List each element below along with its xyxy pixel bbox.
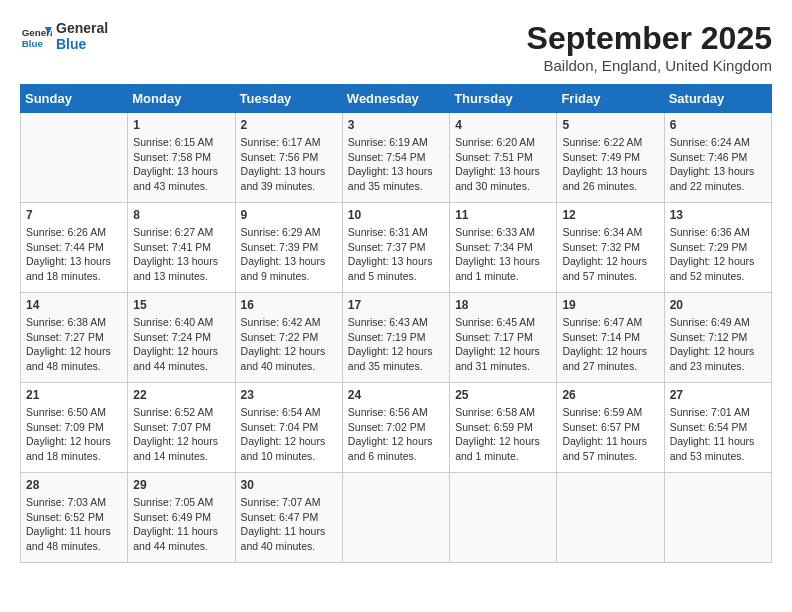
calendar-cell: 19Sunrise: 6:47 AMSunset: 7:14 PMDayligh…: [557, 293, 664, 383]
calendar-cell: 12Sunrise: 6:34 AMSunset: 7:32 PMDayligh…: [557, 203, 664, 293]
cell-line: Sunset: 7:34 PM: [455, 240, 551, 255]
cell-line: Daylight: 13 hours: [348, 254, 444, 269]
day-number: 26: [562, 388, 658, 402]
cell-line: Sunrise: 6:15 AM: [133, 135, 229, 150]
day-number: 2: [241, 118, 337, 132]
calendar-cell: 17Sunrise: 6:43 AMSunset: 7:19 PMDayligh…: [342, 293, 449, 383]
day-number: 6: [670, 118, 766, 132]
calendar-cell: 18Sunrise: 6:45 AMSunset: 7:17 PMDayligh…: [450, 293, 557, 383]
day-number: 28: [26, 478, 122, 492]
weekday-header-monday: Monday: [128, 85, 235, 113]
cell-content: Sunrise: 6:43 AMSunset: 7:19 PMDaylight:…: [348, 315, 444, 374]
cell-content: Sunrise: 6:52 AMSunset: 7:07 PMDaylight:…: [133, 405, 229, 464]
cell-line: Daylight: 13 hours: [455, 254, 551, 269]
cell-line: Sunrise: 6:40 AM: [133, 315, 229, 330]
cell-line: Daylight: 12 hours: [670, 254, 766, 269]
cell-line: Daylight: 13 hours: [348, 164, 444, 179]
day-number: 29: [133, 478, 229, 492]
cell-line: Sunrise: 7:03 AM: [26, 495, 122, 510]
cell-line: Daylight: 12 hours: [562, 254, 658, 269]
calendar-cell: 15Sunrise: 6:40 AMSunset: 7:24 PMDayligh…: [128, 293, 235, 383]
cell-content: Sunrise: 6:45 AMSunset: 7:17 PMDaylight:…: [455, 315, 551, 374]
cell-content: Sunrise: 6:27 AMSunset: 7:41 PMDaylight:…: [133, 225, 229, 284]
calendar-week-4: 21Sunrise: 6:50 AMSunset: 7:09 PMDayligh…: [21, 383, 772, 473]
cell-content: Sunrise: 7:05 AMSunset: 6:49 PMDaylight:…: [133, 495, 229, 554]
cell-line: Sunrise: 6:31 AM: [348, 225, 444, 240]
day-number: 4: [455, 118, 551, 132]
cell-content: Sunrise: 6:36 AMSunset: 7:29 PMDaylight:…: [670, 225, 766, 284]
cell-line: Sunset: 7:24 PM: [133, 330, 229, 345]
cell-line: Daylight: 12 hours: [348, 434, 444, 449]
cell-line: and 26 minutes.: [562, 179, 658, 194]
cell-line: and 40 minutes.: [241, 359, 337, 374]
cell-line: Sunrise: 6:33 AM: [455, 225, 551, 240]
weekday-header-thursday: Thursday: [450, 85, 557, 113]
calendar-table: SundayMondayTuesdayWednesdayThursdayFrid…: [20, 84, 772, 563]
calendar-cell: 20Sunrise: 6:49 AMSunset: 7:12 PMDayligh…: [664, 293, 771, 383]
cell-line: Sunrise: 7:07 AM: [241, 495, 337, 510]
calendar-week-3: 14Sunrise: 6:38 AMSunset: 7:27 PMDayligh…: [21, 293, 772, 383]
cell-line: Daylight: 11 hours: [670, 434, 766, 449]
cell-line: Daylight: 12 hours: [455, 344, 551, 359]
cell-line: Sunrise: 6:19 AM: [348, 135, 444, 150]
cell-line: Sunset: 6:57 PM: [562, 420, 658, 435]
cell-content: Sunrise: 6:34 AMSunset: 7:32 PMDaylight:…: [562, 225, 658, 284]
calendar-cell: 23Sunrise: 6:54 AMSunset: 7:04 PMDayligh…: [235, 383, 342, 473]
cell-line: Daylight: 12 hours: [26, 344, 122, 359]
cell-line: Daylight: 13 hours: [241, 164, 337, 179]
calendar-cell: [664, 473, 771, 563]
cell-line: Sunset: 6:49 PM: [133, 510, 229, 525]
calendar-cell: 14Sunrise: 6:38 AMSunset: 7:27 PMDayligh…: [21, 293, 128, 383]
calendar-cell: 8Sunrise: 6:27 AMSunset: 7:41 PMDaylight…: [128, 203, 235, 293]
cell-content: Sunrise: 7:01 AMSunset: 6:54 PMDaylight:…: [670, 405, 766, 464]
cell-line: and 43 minutes.: [133, 179, 229, 194]
cell-line: Sunrise: 6:22 AM: [562, 135, 658, 150]
weekday-header-row: SundayMondayTuesdayWednesdayThursdayFrid…: [21, 85, 772, 113]
cell-line: Daylight: 12 hours: [26, 434, 122, 449]
cell-content: Sunrise: 6:42 AMSunset: 7:22 PMDaylight:…: [241, 315, 337, 374]
cell-line: Sunrise: 6:45 AM: [455, 315, 551, 330]
cell-content: Sunrise: 6:50 AMSunset: 7:09 PMDaylight:…: [26, 405, 122, 464]
cell-line: Sunset: 7:39 PM: [241, 240, 337, 255]
cell-line: Sunset: 7:14 PM: [562, 330, 658, 345]
cell-line: Sunrise: 6:50 AM: [26, 405, 122, 420]
calendar-cell: 30Sunrise: 7:07 AMSunset: 6:47 PMDayligh…: [235, 473, 342, 563]
day-number: 23: [241, 388, 337, 402]
cell-content: Sunrise: 6:56 AMSunset: 7:02 PMDaylight:…: [348, 405, 444, 464]
day-number: 12: [562, 208, 658, 222]
cell-line: Sunrise: 7:05 AM: [133, 495, 229, 510]
calendar-cell: 10Sunrise: 6:31 AMSunset: 7:37 PMDayligh…: [342, 203, 449, 293]
cell-line: Daylight: 12 hours: [562, 344, 658, 359]
cell-line: Sunset: 7:58 PM: [133, 150, 229, 165]
cell-content: Sunrise: 6:54 AMSunset: 7:04 PMDaylight:…: [241, 405, 337, 464]
day-number: 7: [26, 208, 122, 222]
day-number: 21: [26, 388, 122, 402]
day-number: 8: [133, 208, 229, 222]
calendar-cell: 5Sunrise: 6:22 AMSunset: 7:49 PMDaylight…: [557, 113, 664, 203]
cell-line: and 27 minutes.: [562, 359, 658, 374]
day-number: 5: [562, 118, 658, 132]
cell-line: Daylight: 13 hours: [133, 254, 229, 269]
cell-line: Daylight: 12 hours: [241, 344, 337, 359]
cell-line: Sunset: 7:22 PM: [241, 330, 337, 345]
cell-content: Sunrise: 6:24 AMSunset: 7:46 PMDaylight:…: [670, 135, 766, 194]
cell-content: Sunrise: 6:40 AMSunset: 7:24 PMDaylight:…: [133, 315, 229, 374]
cell-line: Sunrise: 6:34 AM: [562, 225, 658, 240]
cell-line: Sunset: 7:02 PM: [348, 420, 444, 435]
weekday-header-tuesday: Tuesday: [235, 85, 342, 113]
weekday-header-saturday: Saturday: [664, 85, 771, 113]
cell-content: Sunrise: 7:03 AMSunset: 6:52 PMDaylight:…: [26, 495, 122, 554]
cell-line: and 30 minutes.: [455, 179, 551, 194]
cell-line: Sunset: 7:46 PM: [670, 150, 766, 165]
day-number: 17: [348, 298, 444, 312]
cell-line: Daylight: 11 hours: [241, 524, 337, 539]
calendar-cell: [450, 473, 557, 563]
day-number: 9: [241, 208, 337, 222]
month-title: September 2025: [527, 20, 772, 57]
calendar-cell: 6Sunrise: 6:24 AMSunset: 7:46 PMDaylight…: [664, 113, 771, 203]
logo-text: General Blue: [56, 20, 108, 52]
cell-line: Daylight: 13 hours: [241, 254, 337, 269]
cell-content: Sunrise: 6:15 AMSunset: 7:58 PMDaylight:…: [133, 135, 229, 194]
calendar-cell: 29Sunrise: 7:05 AMSunset: 6:49 PMDayligh…: [128, 473, 235, 563]
cell-line: and 5 minutes.: [348, 269, 444, 284]
